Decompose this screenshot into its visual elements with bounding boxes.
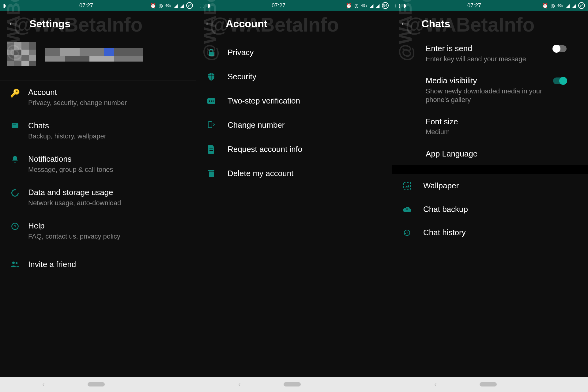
toggle-enter-send[interactable] [553, 45, 567, 52]
nav-back-icon: ‹ [238, 380, 241, 389]
chats-item-app-language[interactable]: App Language [392, 143, 588, 165]
account-label: Request account info [228, 145, 302, 154]
hotspot-icon: ◎ [551, 3, 555, 9]
signal-icon: ◢ [180, 3, 184, 9]
chats-sub: Show newly downloaded media in your phon… [426, 87, 546, 104]
chats-title: Media visibility [426, 76, 546, 86]
network-icon: 4G↕ [165, 4, 172, 7]
back-button[interactable]: ← [400, 18, 409, 29]
history-icon [400, 228, 414, 237]
chats-item-history[interactable]: Chat history [392, 221, 588, 244]
account-item-privacy[interactable]: Privacy [196, 40, 392, 65]
composite-footer: ‹ ‹ ‹ [0, 377, 588, 392]
svg-point-6 [16, 262, 17, 264]
battery-badge: 94 [578, 2, 585, 9]
profile-row[interactable] [0, 37, 196, 81]
phone-swap-icon [204, 121, 218, 130]
chats-item-font-size[interactable]: Font size Medium [392, 111, 588, 143]
app-indicator-icon: ◗ [403, 2, 406, 9]
svg-rect-16 [208, 170, 214, 171]
account-item-delete[interactable]: Delete my account [196, 161, 392, 186]
setting-title: Chat history [423, 228, 466, 238]
nav-home-pill [480, 382, 497, 386]
divider [34, 250, 196, 250]
network-icon: 4G↕ [557, 4, 564, 7]
settings-item-help[interactable]: ? Help FAQ, contact us, privacy policy [0, 214, 196, 247]
svg-point-10 [211, 100, 212, 102]
svg-text:?: ? [14, 224, 16, 229]
pin-icon [204, 98, 218, 104]
chats-sub: Enter key will send your message [426, 55, 546, 64]
lock-icon [204, 49, 218, 57]
app-bar: ← Chats [392, 11, 588, 36]
document-icon [204, 145, 218, 154]
app-bar: ← Account [196, 11, 392, 36]
settings-item-notifications[interactable]: Notifications Message, group & call tone… [0, 147, 196, 181]
settings-item-account[interactable]: 🔑 Account Privacy, security, change numb… [0, 81, 196, 114]
app-indicator-icon: ◗ [208, 2, 210, 9]
settings-item-chats[interactable]: Chats Backup, history, wallpaper [0, 114, 196, 147]
help-icon: ? [8, 222, 22, 231]
signal-icon: ◢ [572, 3, 576, 9]
key-icon: 🔑 [8, 89, 22, 98]
account-label: Privacy [228, 48, 254, 57]
hotspot-icon: ◎ [159, 3, 163, 9]
app-bar: ← Settings [0, 11, 196, 36]
chats-item-backup[interactable]: Chat backup [392, 198, 588, 221]
page-title: Chats [421, 18, 450, 30]
phone-account: @WABetaInfo @WABetaInfo ▢ ◗ 07:27 ⏰ ◎ 4G… [196, 0, 392, 377]
svg-rect-14 [209, 150, 213, 151]
cloud-upload-icon [400, 206, 414, 213]
profile-name-redacted [45, 48, 143, 66]
setting-title: Notifications [28, 154, 113, 164]
shield-icon [204, 73, 218, 81]
account-item-security[interactable]: Security [196, 65, 392, 89]
nav-home-pill [284, 382, 301, 386]
account-label: Two-step verification [228, 96, 300, 106]
chats-item-wallpaper[interactable]: Wallpaper [392, 174, 588, 198]
chats-title: Enter is send [426, 43, 546, 54]
svg-rect-1 [13, 125, 16, 125]
svg-rect-15 [209, 172, 214, 177]
status-bar: ▢ ◗ 07:27 ⏰ ◎ 4G↕ ◢ ◢ 94 [196, 0, 392, 11]
account-item-2step[interactable]: Two-step verification [196, 89, 392, 113]
chats-item-enter-send[interactable]: Enter is send Enter key will send your m… [392, 37, 588, 70]
setting-sub: FAQ, contact us, privacy policy [28, 232, 120, 241]
chats-title: App Language [426, 149, 567, 159]
settings-item-data[interactable]: Data and storage usage Network usage, au… [0, 181, 196, 214]
alarm-icon: ⏰ [150, 3, 156, 9]
setting-sub: Network usage, auto-download [28, 199, 121, 208]
bell-icon [8, 155, 22, 163]
account-label: Security [228, 72, 256, 81]
signal-icon: ◢ [566, 3, 570, 9]
nav-home-pill [88, 382, 105, 386]
setting-sub: Backup, history, wallpaper [28, 132, 106, 141]
setting-sub: Message, group & call tones [28, 165, 113, 174]
account-item-request-info[interactable]: Request account info [196, 137, 392, 161]
toggle-media-visibility[interactable] [553, 77, 567, 84]
back-button[interactable]: ← [8, 18, 17, 29]
settings-item-invite[interactable]: Invite a friend [0, 253, 196, 276]
svg-rect-7 [209, 52, 214, 56]
wallpaper-icon [400, 182, 414, 190]
phone-settings: @WABetaInfo @WABetaInfo ◗ 07:27 ⏰ ◎ 4G↕ … [0, 0, 196, 377]
setting-title: Chats [28, 121, 106, 131]
back-button[interactable]: ← [204, 18, 213, 29]
account-item-change-number[interactable]: Change number [196, 113, 392, 137]
page-title: Settings [29, 18, 70, 30]
chats-title: Font size [426, 117, 567, 127]
signal-icon: ◢ [376, 3, 379, 9]
svg-rect-18 [404, 183, 410, 189]
status-bar: ▢ ◗ 07:27 ⏰ ◎ 4G↕ ◢ ◢ 94 [392, 0, 588, 11]
status-time: 07:27 [79, 2, 93, 9]
svg-rect-12 [208, 122, 212, 128]
svg-point-9 [209, 100, 210, 102]
app-indicator-icon: ◗ [3, 2, 6, 9]
setting-title: Account [28, 87, 127, 97]
svg-rect-13 [209, 149, 213, 149]
trash-icon [204, 170, 218, 178]
alarm-icon: ⏰ [542, 3, 548, 9]
chats-item-media-visibility[interactable]: Media visibility Show newly downloaded m… [392, 70, 588, 111]
status-time: 07:27 [272, 2, 285, 9]
setting-title: Chat backup [423, 204, 468, 214]
